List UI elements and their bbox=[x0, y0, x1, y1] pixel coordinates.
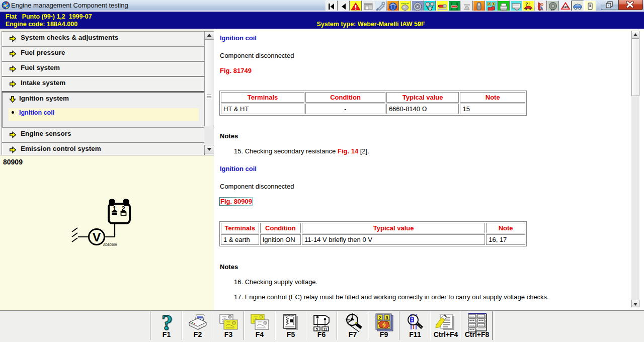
svg-text:?: ? bbox=[525, 2, 528, 7]
svg-text:3: 3 bbox=[385, 315, 388, 320]
svg-text:2: 2 bbox=[378, 315, 381, 320]
svg-text:?: ? bbox=[162, 313, 173, 333]
svg-text:AD80909: AD80909 bbox=[103, 243, 117, 246]
svg-text:?: ? bbox=[528, 2, 530, 6]
svg-text:V: V bbox=[93, 230, 101, 243]
svg-text:ABS: ABS bbox=[562, 6, 569, 9]
